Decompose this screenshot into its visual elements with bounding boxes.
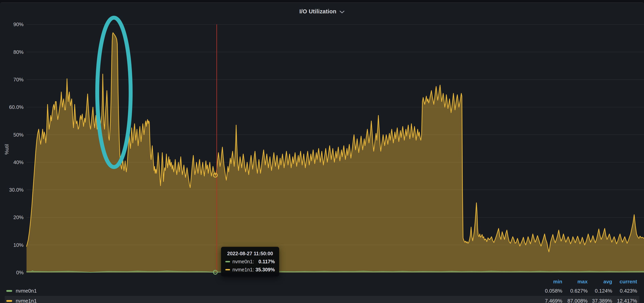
tooltip-series-name: nvme1n1: [232, 267, 254, 272]
series-color-swatch [225, 261, 230, 262]
stat-current: 12.417% [617, 298, 637, 303]
series-color-swatch [6, 290, 12, 292]
grafana-panel-page: I/O Utilization %util 0%10%20%30.0%40%50… [0, 0, 644, 303]
legend-header-max[interactable]: max [578, 279, 588, 285]
stat-max: 0.627% [570, 288, 588, 294]
io-utilization-panel: I/O Utilization %util 0%10%20%30.0%40%50… [0, 2, 644, 303]
series-color-swatch [6, 300, 12, 302]
legend-row-nvme1n1[interactable]: nvme1n1 7.469% 87.008% 37.389% 12.417% [5, 296, 639, 303]
series-name[interactable]: nvme0n1 [16, 288, 37, 294]
tooltip-series-name: nvme0n1: [232, 259, 254, 264]
tooltip-timestamp: 2022-08-27 11:50:00 [225, 251, 275, 256]
tooltip-series-value: 0.117% [258, 259, 275, 264]
legend-header-current[interactable]: current [620, 279, 637, 285]
stat-avg: 0.124% [595, 288, 612, 294]
legend-header-avg[interactable]: avg [603, 279, 612, 285]
series-name[interactable]: nvme1n1 [16, 298, 37, 303]
stat-min: 0.058% [545, 288, 562, 294]
chart-tooltip: 2022-08-27 11:50:00 nvme0n1: 0.117% nvme… [221, 247, 279, 276]
tooltip-row-nvme1n1: nvme1n1: 35.309% [225, 267, 275, 272]
legend-stats-header: min max avg current [5, 278, 639, 285]
stat-max: 87.008% [568, 298, 588, 303]
series-area-nvme1n1 [26, 32, 644, 272]
legend-header-min[interactable]: min [553, 279, 562, 285]
chart-canvas[interactable] [0, 3, 644, 303]
stat-current: 0.423% [620, 288, 637, 294]
series-color-swatch [225, 269, 230, 270]
legend-row-nvme0n1[interactable]: nvme0n1 0.058% 0.627% 0.124% 0.423% [5, 286, 639, 295]
stat-min: 7.469% [545, 298, 562, 303]
tooltip-row-nvme0n1: nvme0n1: 0.117% [225, 259, 275, 264]
stat-avg: 37.389% [592, 298, 612, 303]
tooltip-series-value: 35.309% [256, 267, 275, 272]
